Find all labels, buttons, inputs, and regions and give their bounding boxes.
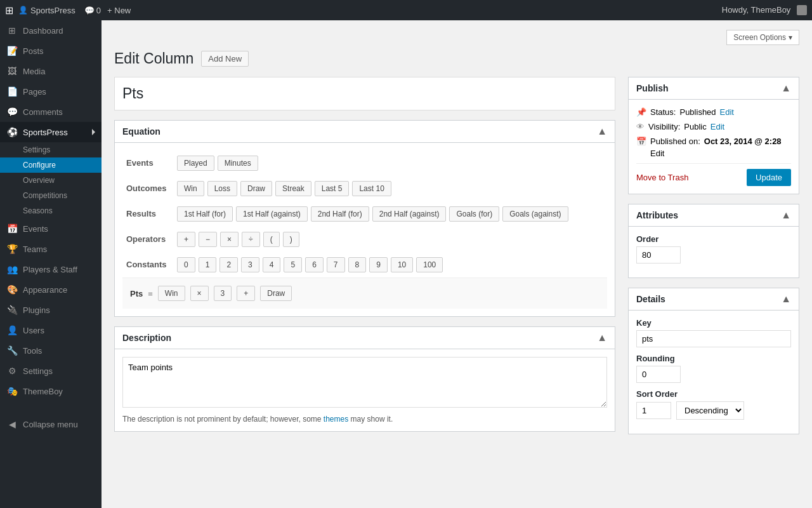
visibility-edit-link[interactable]: Edit: [710, 122, 724, 131]
order-input[interactable]: [636, 246, 681, 264]
result-times[interactable]: ×: [190, 286, 209, 301]
tag-win[interactable]: Win: [177, 181, 204, 196]
title-input[interactable]: [122, 85, 607, 102]
sidebar-item-teams[interactable]: 🏆 Teams: [0, 239, 102, 259]
sidebar-item-users[interactable]: 👤 Users: [0, 320, 102, 340]
sidebar-item-overview-sub[interactable]: Overview: [0, 173, 102, 188]
sidebar: ⊞ Dashboard 📝 Posts 🖼 Media 📄 Pages 💬 Co…: [0, 20, 102, 508]
sidebar-item-players-staff[interactable]: 👥 Players & Staff: [0, 259, 102, 279]
result-equals: =: [148, 289, 153, 298]
publish-actions: Move to Trash Update: [636, 163, 791, 186]
sidebar-item-competitions-sub[interactable]: Competitions: [0, 188, 102, 203]
order-row: Order: [636, 234, 791, 264]
sidebar-item-sportspress[interactable]: ⚽ SportsPress: [0, 122, 102, 142]
posts-icon: 📝: [6, 46, 18, 56]
tag-divide[interactable]: ÷: [242, 232, 260, 247]
collapse-menu-item[interactable]: ◀ Collapse menu: [0, 414, 102, 434]
published-edit-link[interactable]: Edit: [650, 149, 664, 158]
tag-1st-half-for[interactable]: 1st Half (for): [177, 206, 233, 222]
result-win[interactable]: Win: [158, 286, 185, 301]
tag-100[interactable]: 100: [416, 257, 443, 272]
tag-multiply[interactable]: ×: [220, 232, 239, 247]
tag-3[interactable]: 3: [241, 257, 259, 272]
description-toggle-icon: ▲: [597, 332, 607, 344]
status-value: Published: [679, 107, 716, 117]
players-icon: 👥: [6, 264, 18, 274]
tag-last10[interactable]: Last 10: [352, 181, 391, 196]
wp-logo-icon[interactable]: ⊞: [5, 4, 13, 17]
tag-2[interactable]: 2: [219, 257, 238, 272]
tag-close-paren[interactable]: ): [283, 232, 299, 247]
tag-2nd-half-against[interactable]: 2nd Half (against): [372, 206, 447, 222]
result-plus[interactable]: +: [237, 286, 255, 301]
tag-2nd-half-for[interactable]: 2nd Half (for): [311, 206, 369, 222]
tag-1st-half-against[interactable]: 1st Half (against): [236, 206, 308, 222]
sidebar-item-dashboard[interactable]: ⊞ Dashboard: [0, 20, 102, 41]
sidebar-item-pages[interactable]: 📄 Pages: [0, 81, 102, 102]
operators-label: Operators: [122, 227, 173, 252]
key-input[interactable]: [636, 330, 791, 347]
sidebar-item-configure-sub[interactable]: Configure: [0, 157, 102, 173]
rounding-input[interactable]: [636, 366, 681, 383]
result-draw[interactable]: Draw: [260, 286, 292, 301]
side-column: Publish ▲ 📌 Status: Published Edit 👁 Vis…: [628, 77, 799, 444]
tag-goals-for[interactable]: Goals (for): [449, 206, 499, 222]
tag-played[interactable]: Played: [177, 156, 214, 171]
page-title-wrap: Edit Column Add New: [114, 50, 799, 67]
sidebar-item-events[interactable]: 📅 Events: [0, 218, 102, 239]
sidebar-item-tools[interactable]: 🔧 Tools: [0, 340, 102, 361]
status-edit-link[interactable]: Edit: [720, 107, 734, 117]
trash-link[interactable]: Move to Trash: [636, 173, 688, 182]
tag-plus[interactable]: +: [177, 232, 195, 247]
tag-8[interactable]: 8: [348, 257, 367, 272]
themes-link[interactable]: themes: [324, 415, 348, 424]
sidebar-item-posts[interactable]: 📝 Posts: [0, 41, 102, 61]
sort-direction-select[interactable]: Descending Ascending: [676, 401, 744, 420]
visibility-icon: 👁: [636, 122, 645, 131]
tag-9[interactable]: 9: [369, 257, 388, 272]
publish-header[interactable]: Publish ▲: [629, 77, 799, 100]
tag-open-paren[interactable]: (: [263, 232, 280, 247]
tag-goals-against[interactable]: Goals (against): [502, 206, 568, 222]
sidebar-item-settings[interactable]: ⚙ Settings: [0, 361, 102, 381]
tag-loss[interactable]: Loss: [207, 181, 237, 196]
site-name[interactable]: 👤 SportsPress: [18, 6, 75, 15]
tag-minus[interactable]: −: [199, 232, 217, 247]
update-button[interactable]: Update: [747, 169, 791, 186]
attributes-toggle-icon: ▲: [781, 210, 791, 221]
comments-link[interactable]: 💬 0: [84, 6, 101, 15]
description-textarea[interactable]: Team points: [122, 357, 607, 408]
result-3[interactable]: 3: [214, 286, 232, 301]
new-content-link[interactable]: + New: [107, 6, 131, 15]
results-label: Results: [122, 201, 173, 227]
publish-body: 📌 Status: Published Edit 👁 Visibility: P…: [629, 100, 799, 194]
sidebar-item-settings-sub[interactable]: Settings: [0, 142, 102, 157]
tag-minutes[interactable]: Minutes: [218, 156, 258, 171]
add-new-button[interactable]: Add New: [201, 51, 249, 67]
tag-last5[interactable]: Last 5: [315, 181, 350, 196]
screen-options-button[interactable]: Screen Options ▾: [726, 30, 799, 45]
teams-icon: 🏆: [6, 244, 18, 254]
tag-6[interactable]: 6: [305, 257, 324, 272]
equation-header[interactable]: Equation ▲: [115, 121, 615, 143]
tag-4[interactable]: 4: [263, 257, 281, 272]
tag-draw[interactable]: Draw: [240, 181, 272, 196]
sort-order-input[interactable]: [636, 402, 671, 419]
tag-5[interactable]: 5: [284, 257, 302, 272]
tag-1[interactable]: 1: [199, 257, 217, 272]
tag-streak[interactable]: Streak: [275, 181, 311, 196]
sidebar-item-plugins[interactable]: 🔌 Plugins: [0, 300, 102, 320]
description-header[interactable]: Description ▲: [115, 327, 615, 349]
sidebar-item-themeboy[interactable]: 🎭 ThemeBoy: [0, 381, 102, 401]
tag-10[interactable]: 10: [391, 257, 413, 272]
results-row: Results 1st Half (for) 1st Half (against…: [122, 201, 607, 227]
equation-table: Events Played Minutes Ou: [122, 150, 607, 277]
attributes-header[interactable]: Attributes ▲: [629, 204, 799, 227]
sidebar-item-seasons-sub[interactable]: Seasons: [0, 203, 102, 218]
sidebar-item-media[interactable]: 🖼 Media: [0, 61, 102, 81]
tag-0[interactable]: 0: [177, 257, 195, 272]
tag-7[interactable]: 7: [327, 257, 345, 272]
details-header[interactable]: Details ▲: [629, 288, 799, 311]
sidebar-item-appearance[interactable]: 🎨 Appearance: [0, 279, 102, 300]
sidebar-item-comments[interactable]: 💬 Comments: [0, 102, 102, 122]
